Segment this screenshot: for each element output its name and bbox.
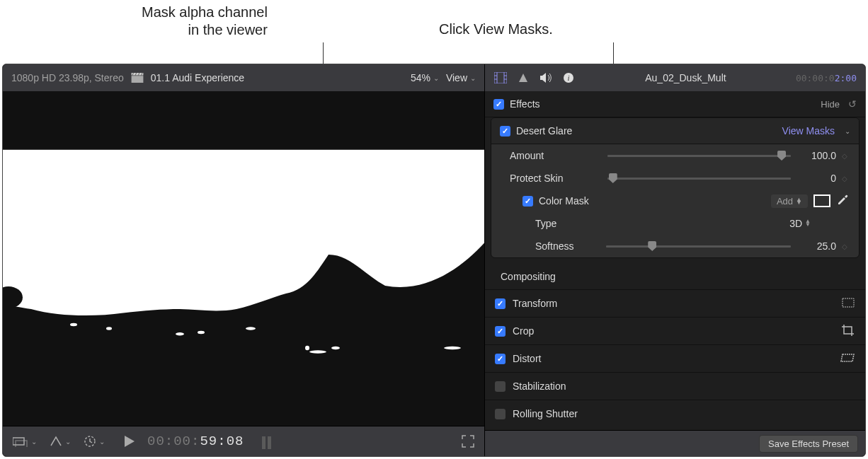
stabilization-section: Stabilization: [485, 372, 865, 400]
param-color-mask: Color Mask Add▲▼: [491, 190, 859, 212]
transform-section: Transform: [485, 289, 865, 317]
svg-rect-18: [13, 438, 24, 445]
amount-value[interactable]: 100.0: [796, 150, 836, 161]
audio-meter: [262, 434, 271, 449]
keyframe-icon[interactable]: ◇: [842, 152, 849, 160]
tool-mode-icon[interactable]: ⌄: [50, 436, 71, 447]
app-window: 1080p HD 23.98p, Stereo 01.1 Audi Experi…: [2, 64, 866, 457]
transform-tool-icon[interactable]: [841, 297, 855, 310]
video-inspector-tab-icon[interactable]: [493, 71, 508, 85]
softness-label: Softness: [535, 240, 600, 252]
color-mask-label: Color Mask: [539, 195, 617, 207]
callout-view-masks: Click View Masks.: [439, 21, 553, 37]
transform-checkbox[interactable]: [495, 298, 506, 309]
crop-label: Crop: [513, 325, 534, 337]
transport-bar: ⌄ ⌄ ⌄ 00:00:59:08: [3, 426, 484, 456]
compositing-header: Compositing: [485, 264, 865, 289]
svg-point-10: [198, 331, 205, 334]
param-protect-skin: Protect Skin 0 ◇: [491, 167, 859, 190]
retime-icon[interactable]: ⌄: [84, 435, 105, 448]
svg-point-15: [444, 347, 461, 349]
svg-marker-21: [125, 436, 135, 447]
zoom-dropdown[interactable]: 54%⌄: [411, 72, 439, 83]
stabilization-label: Stabilization: [513, 380, 566, 392]
rolling-shutter-checkbox[interactable]: [495, 409, 506, 419]
distort-label: Distort: [513, 353, 541, 364]
param-protect-label: Protect Skin: [510, 173, 602, 184]
view-dropdown[interactable]: View⌄: [446, 72, 476, 83]
amount-slider[interactable]: [607, 155, 791, 157]
stabilization-checkbox[interactable]: [495, 381, 506, 392]
svg-marker-33: [841, 354, 854, 361]
color-mask-checkbox[interactable]: [522, 196, 533, 207]
format-label: 1080p HD 23.98p, Stereo: [11, 72, 124, 83]
svg-point-9: [331, 347, 340, 349]
param-type: Type 3D ▲▼: [491, 212, 859, 235]
fullscreen-icon[interactable]: [462, 435, 474, 448]
param-amount-label: Amount: [510, 150, 602, 161]
mask-alpha-display: [3, 91, 484, 426]
crop-section: Crop: [485, 317, 865, 344]
rolling-shutter-section: Rolling Shutter: [485, 400, 865, 427]
eyedropper-icon[interactable]: [836, 194, 849, 209]
timecode-display: 00:00:59:08: [147, 434, 244, 449]
effects-label: Effects: [510, 98, 540, 110]
crop-tool-icon[interactable]: [841, 324, 855, 339]
clapperboard-icon: [131, 73, 144, 83]
save-effects-preset-button[interactable]: Save Effects Preset: [759, 435, 858, 453]
info-inspector-tab-icon[interactable]: i: [561, 71, 576, 85]
type-label: Type: [535, 218, 600, 229]
viewer-canvas[interactable]: [3, 91, 484, 426]
param-amount: Amount 100.0 ◇: [491, 144, 859, 167]
type-dropdown[interactable]: 3D ▲▼: [789, 218, 811, 229]
svg-text:i: i: [567, 74, 569, 82]
svg-rect-17: [3, 91, 484, 150]
keyframe-icon[interactable]: ◇: [842, 243, 849, 250]
reset-effects-icon[interactable]: ↺: [848, 98, 857, 110]
view-masks-chevron-icon[interactable]: ⌄: [845, 127, 850, 135]
protect-value[interactable]: 0: [796, 173, 836, 184]
distort-section: Distort: [485, 344, 865, 372]
param-softness: Softness 25.0 ◇: [491, 235, 859, 257]
effect-checkbox[interactable]: [500, 126, 510, 136]
view-masks-button[interactable]: View Masks: [782, 125, 835, 136]
project-name: 01.1 Audi Experience: [151, 72, 244, 83]
clip-name: Au_02_Dusk_Mult: [584, 72, 787, 83]
svg-point-7: [305, 346, 309, 351]
rolling-shutter-label: Rolling Shutter: [513, 408, 578, 419]
svg-rect-19: [16, 441, 27, 447]
viewer-pane: 1080p HD 23.98p, Stereo 01.1 Audi Experi…: [3, 64, 484, 456]
transform-label: Transform: [513, 298, 557, 309]
inspector-footer: Save Effects Preset: [485, 430, 865, 456]
color-inspector-tab-icon[interactable]: [516, 71, 530, 85]
crop-checkbox[interactable]: [495, 326, 506, 337]
distort-checkbox[interactable]: [495, 354, 506, 364]
audio-inspector-tab-icon[interactable]: [539, 71, 553, 85]
inspector-pane: i Au_02_Dusk_Mult 00:00:02:00 Effects Hi…: [484, 64, 865, 456]
effect-desert-glare: Desert Glare View Masks ⌄ Amount 100.0 ◇…: [491, 117, 860, 258]
svg-rect-0: [131, 76, 143, 83]
protect-slider[interactable]: [607, 178, 791, 180]
inspector-body: Effects Hide ↺ Desert Glare View Masks ⌄…: [485, 91, 865, 430]
color-mask-add-dropdown[interactable]: Add▲▼: [771, 194, 808, 208]
keyframe-icon[interactable]: ◇: [842, 175, 849, 182]
effect-name: Desert Glare: [516, 125, 572, 136]
svg-rect-32: [843, 298, 854, 307]
svg-point-8: [309, 350, 326, 353]
svg-point-13: [106, 327, 112, 330]
svg-rect-22: [494, 72, 507, 83]
svg-marker-29: [519, 74, 527, 82]
softness-value[interactable]: 25.0: [796, 240, 836, 252]
clip-duration: 00:00:02:00: [796, 73, 857, 83]
viewer-titlebar: 1080p HD 23.98p, Stereo 01.1 Audi Experi…: [3, 64, 484, 91]
mask-rect-icon[interactable]: [813, 194, 830, 207]
softness-slider[interactable]: [606, 245, 791, 248]
effects-section-header: Effects Hide ↺: [485, 91, 865, 117]
effect-header: Desert Glare View Masks ⌄: [491, 118, 859, 144]
play-button[interactable]: [125, 436, 135, 447]
inspector-header: i Au_02_Dusk_Mult 00:00:02:00: [485, 64, 865, 91]
effects-checkbox[interactable]: [493, 99, 504, 110]
clip-appearance-icon[interactable]: ⌄: [13, 436, 37, 447]
distort-tool-icon[interactable]: [840, 353, 855, 365]
hide-button[interactable]: Hide: [821, 99, 840, 110]
